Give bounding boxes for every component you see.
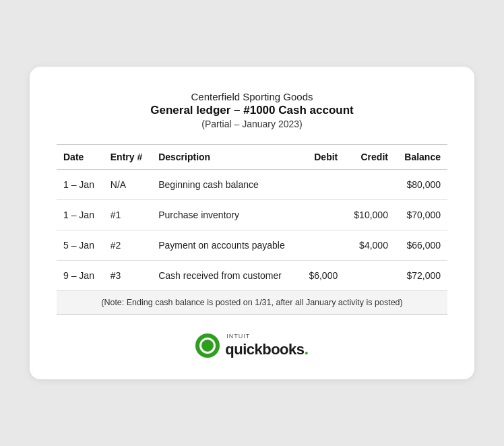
brand-dot: . <box>305 340 309 358</box>
main-card: Centerfield Sporting Goods General ledge… <box>30 67 474 379</box>
cell-entry: N/A <box>104 169 152 199</box>
intuit-label: intuit <box>226 333 308 340</box>
company-name: Centerfield Sporting Goods <box>57 91 447 102</box>
cell-debit <box>300 230 344 260</box>
report-subtitle: (Partial – January 2023) <box>57 119 447 129</box>
cell-entry: #1 <box>104 199 152 230</box>
table-row: 1 – Jan#1Purchase inventory$10,000$70,00… <box>57 199 447 230</box>
cell-entry: #2 <box>104 230 152 260</box>
cell-debit <box>300 199 344 230</box>
col-header-entry: Entry # <box>104 144 152 169</box>
col-header-date: Date <box>57 144 104 169</box>
quickbooks-brand: intuit quickbooks. <box>225 333 308 358</box>
col-header-debit: Debit <box>300 144 344 169</box>
quickbooks-footer: intuit quickbooks. <box>57 333 447 358</box>
quickbooks-logo-icon <box>195 333 220 358</box>
cell-description: Beginning cash balance <box>152 169 300 199</box>
note-text: (Note: Ending cash balance is posted on … <box>57 290 447 314</box>
quickbooks-label: quickbooks. <box>225 340 308 358</box>
ledger-table: Date Entry # Description Debit Credit Ba… <box>57 144 447 315</box>
cell-description: Payment on accounts payable <box>152 230 300 260</box>
cell-balance: $70,000 <box>395 199 447 230</box>
col-header-balance: Balance <box>395 144 447 169</box>
cell-credit <box>344 169 395 199</box>
col-header-description: Description <box>152 144 300 169</box>
cell-date: 9 – Jan <box>57 260 104 290</box>
cell-entry: #3 <box>104 260 152 290</box>
report-header: Centerfield Sporting Goods General ledge… <box>57 91 447 129</box>
cell-description: Cash received from customer <box>152 260 300 290</box>
cell-debit: $6,000 <box>300 260 344 290</box>
note-row: (Note: Ending cash balance is posted on … <box>57 290 447 314</box>
cell-date: 1 – Jan <box>57 199 104 230</box>
cell-description: Purchase inventory <box>152 199 300 230</box>
cell-credit <box>344 260 395 290</box>
table-row: 5 – Jan#2Payment on accounts payable$4,0… <box>57 230 447 260</box>
cell-balance: $72,000 <box>395 260 447 290</box>
cell-balance: $80,000 <box>395 169 447 199</box>
cell-credit: $10,000 <box>344 199 395 230</box>
cell-debit <box>300 169 344 199</box>
cell-date: 5 – Jan <box>57 230 104 260</box>
table-header-row: Date Entry # Description Debit Credit Ba… <box>57 144 447 169</box>
cell-credit: $4,000 <box>344 230 395 260</box>
col-header-credit: Credit <box>344 144 395 169</box>
cell-balance: $66,000 <box>395 230 447 260</box>
cell-date: 1 – Jan <box>57 169 104 199</box>
report-title: General ledger – #1000 Cash account <box>57 104 447 117</box>
table-row: 9 – Jan#3Cash received from customer$6,0… <box>57 260 447 290</box>
table-row: 1 – JanN/ABeginning cash balance$80,000 <box>57 169 447 199</box>
